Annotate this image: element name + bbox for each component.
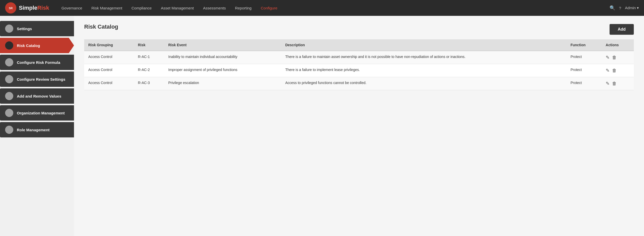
sidebar-label-add-remove: Add and Remove Values (17, 94, 61, 98)
nav-item-asset-management[interactable]: Asset Management (156, 0, 198, 16)
delete-icon[interactable]: 🗑 (612, 55, 617, 60)
cell-risk: R-AC-2 (134, 64, 164, 77)
sidebar-label-role-mgmt: Role Management (17, 128, 49, 132)
svg-text:SR: SR (9, 7, 13, 10)
cell-risk: R-AC-3 (134, 77, 164, 90)
table-row: Access ControlR-AC-2Improper assignment … (84, 64, 634, 77)
nav-item-governance[interactable]: Governance (57, 0, 87, 16)
nav-item-risk-management[interactable]: Risk Management (87, 0, 127, 16)
table-row: Access ControlR-AC-1Inability to maintai… (84, 51, 634, 64)
content-header: Risk Catalog Add (84, 23, 634, 35)
add-button[interactable]: Add (610, 24, 634, 35)
nav-item-assessments[interactable]: Assessments (199, 0, 230, 16)
sidebar-bullet-risk-catalog (5, 41, 13, 50)
sidebar-bullet-org-mgmt (5, 109, 13, 117)
cell-risk: R-AC-1 (134, 51, 164, 64)
cell-risk-grouping: Access Control (84, 51, 134, 64)
risk-table: Risk Grouping Risk Risk Event Descriptio… (84, 39, 634, 90)
cell-risk-event: Improper assignment of privileged functi… (164, 64, 281, 77)
sidebar-item-add-remove-values[interactable]: Add and Remove Values (0, 88, 74, 104)
sidebar-bullet-settings (5, 25, 13, 33)
table-header-row: Risk Grouping Risk Risk Event Descriptio… (84, 39, 634, 51)
sidebar-label-settings: Settings (17, 27, 32, 31)
col-header-risk-event: Risk Event (164, 39, 281, 51)
cell-actions: ✎ 🗑 (602, 77, 634, 90)
nav-item-reporting[interactable]: Reporting (230, 0, 256, 16)
brand-simple: Simple (19, 5, 37, 11)
search-icon[interactable]: 🔍 (610, 5, 615, 11)
sidebar-bullet-risk-formula (5, 58, 13, 66)
cell-risk-event: Privilege escalation (164, 77, 281, 90)
admin-menu[interactable]: Admin ▾ (625, 6, 639, 10)
cell-risk-event: Inability to maintain individual account… (164, 51, 281, 64)
cell-function: Protect (566, 64, 602, 77)
brand-icon: SR (5, 2, 16, 14)
sidebar-label-risk-catalog: Risk Catalog (17, 43, 40, 48)
sidebar-bullet-review-settings (5, 75, 13, 83)
edit-icon[interactable]: ✎ (606, 68, 610, 73)
nav-item-compliance[interactable]: Compliance (127, 0, 156, 16)
action-icons: ✎ 🗑 (606, 55, 630, 60)
col-header-description: Description (281, 39, 566, 51)
navbar-right: 🔍 ? Admin ▾ (610, 5, 639, 11)
cell-description: There is a failure to implement lease pr… (281, 64, 566, 77)
sidebar-item-settings[interactable]: Settings (0, 21, 74, 36)
cell-actions: ✎ 🗑 (602, 51, 634, 64)
sidebar-item-role-management[interactable]: Role Management (0, 122, 74, 137)
main-content: Risk Catalog Add Risk Grouping Risk Risk… (74, 16, 644, 236)
nav-item-configure[interactable]: Configure (256, 0, 282, 16)
table-row: Access ControlR-AC-3Privilege escalation… (84, 77, 634, 90)
brand-logo-area[interactable]: SR SimpleRisk (5, 2, 49, 14)
help-menu[interactable]: ? (619, 6, 621, 10)
cell-risk-grouping: Access Control (84, 64, 134, 77)
col-header-actions: Actions (602, 39, 634, 51)
col-header-risk-grouping: Risk Grouping (84, 39, 134, 51)
sidebar: Settings Risk Catalog Configure Risk For… (0, 16, 74, 236)
cell-description: There is a failure to maintain asset own… (281, 51, 566, 64)
sidebar-item-risk-catalog[interactable]: Risk Catalog (0, 38, 74, 53)
sidebar-item-configure-review-settings[interactable]: Configure Review Settings (0, 72, 74, 87)
sidebar-bullet-add-remove (5, 92, 13, 100)
delete-icon[interactable]: 🗑 (612, 81, 617, 86)
cell-function: Protect (566, 77, 602, 90)
page-container: Settings Risk Catalog Configure Risk For… (0, 16, 644, 236)
col-header-function: Function (566, 39, 602, 51)
edit-icon[interactable]: ✎ (606, 55, 610, 60)
cell-description: Access to privileged functions cannot be… (281, 77, 566, 90)
delete-icon[interactable]: 🗑 (612, 68, 617, 73)
sidebar-label-risk-formula: Configure Risk Formula (17, 60, 60, 65)
cell-risk-grouping: Access Control (84, 77, 134, 90)
action-icons: ✎ 🗑 (606, 81, 630, 86)
action-icons: ✎ 🗑 (606, 68, 630, 73)
sidebar-label-org-mgmt: Organization Management (17, 111, 65, 115)
top-navbar: SR SimpleRisk Governance Risk Management… (0, 0, 644, 16)
col-header-risk: Risk (134, 39, 164, 51)
nav-items: Governance Risk Management Compliance As… (57, 0, 610, 16)
sidebar-item-organization-management[interactable]: Organization Management (0, 105, 74, 121)
sidebar-item-configure-risk-formula[interactable]: Configure Risk Formula (0, 55, 74, 70)
brand-risk: Risk (37, 5, 49, 11)
page-title: Risk Catalog (84, 23, 118, 30)
edit-icon[interactable]: ✎ (606, 81, 610, 86)
cell-function: Protect (566, 51, 602, 64)
sidebar-bullet-role-mgmt (5, 126, 13, 134)
sidebar-label-review-settings: Configure Review Settings (17, 77, 65, 81)
cell-actions: ✎ 🗑 (602, 64, 634, 77)
